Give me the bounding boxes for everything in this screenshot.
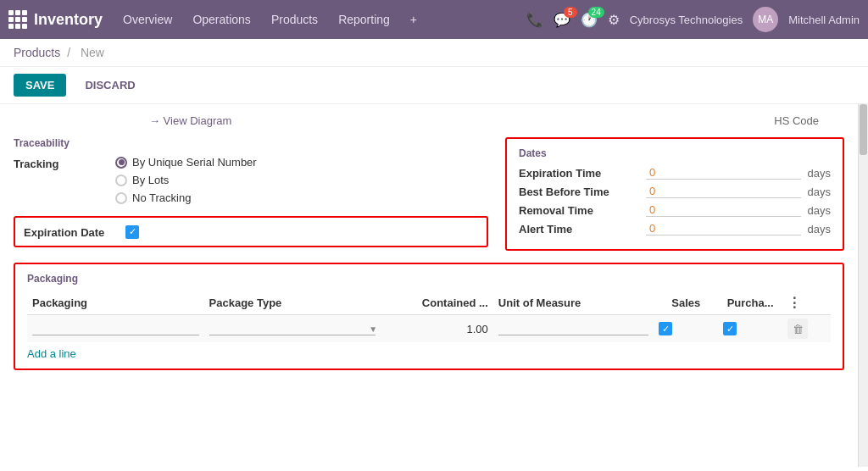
radio-lots-label: By Lots bbox=[132, 174, 169, 186]
view-diagram-link[interactable]: → View Diagram bbox=[149, 114, 231, 127]
timer-icon[interactable]: 🕐 24 bbox=[581, 12, 598, 28]
best-before-unit: days bbox=[808, 186, 831, 198]
expiration-time-unit: days bbox=[808, 167, 831, 180]
best-before-label: Best Before Time bbox=[519, 186, 646, 198]
removal-time-value[interactable]: 0 bbox=[646, 203, 801, 217]
purchase-checkbox[interactable] bbox=[723, 322, 737, 335]
add-line-button[interactable]: Add a line bbox=[27, 347, 76, 360]
kebab-icon[interactable]: ⋮ bbox=[787, 296, 801, 310]
radio-serial-label: By Unique Serial Number bbox=[132, 156, 257, 169]
dates-title: Dates bbox=[519, 147, 831, 159]
avatar-initials: MA bbox=[758, 14, 773, 25]
nav-operations[interactable]: Operations bbox=[184, 0, 259, 39]
view-diagram-row: → View Diagram HS Code bbox=[14, 114, 844, 127]
packaging-title: Packaging bbox=[27, 273, 831, 285]
avatar[interactable]: MA bbox=[753, 7, 778, 32]
packaging-section: Packaging Packaging Package Type Contain… bbox=[14, 263, 844, 370]
best-before-value[interactable]: 0 bbox=[646, 185, 801, 198]
col-contained: Contained ... bbox=[381, 291, 493, 315]
scrollbar[interactable] bbox=[858, 104, 868, 467]
radio-serial[interactable]: By Unique Serial Number bbox=[115, 156, 257, 169]
best-before-row: Best Before Time 0 days bbox=[519, 185, 831, 198]
radio-lots-circle bbox=[115, 175, 127, 186]
col-sales: Sales bbox=[654, 291, 718, 315]
breadcrumb: Products / New bbox=[0, 39, 868, 67]
topnav: Inventory Overview Operations Products R… bbox=[0, 0, 868, 39]
expiration-date-row: Expiration Date bbox=[14, 216, 488, 247]
nav-products[interactable]: Products bbox=[263, 0, 326, 39]
col-unit: Unit of Measure bbox=[493, 291, 654, 315]
traceability-title: Traceability bbox=[14, 137, 488, 149]
unit-cell bbox=[493, 315, 654, 343]
expiration-date-label: Expiration Date bbox=[24, 224, 125, 239]
sales-cell bbox=[654, 315, 718, 343]
timer-badge: 24 bbox=[588, 7, 604, 18]
packaging-table: Packaging Package Type Contained ... Uni… bbox=[27, 291, 831, 342]
packaging-name-input[interactable] bbox=[32, 322, 199, 335]
table-row: ▼ 1.00 bbox=[27, 315, 831, 343]
expiration-time-label: Expiration Time bbox=[519, 167, 646, 180]
alert-time-value[interactable]: 0 bbox=[646, 222, 801, 236]
user-name: Mitchell Admin bbox=[788, 14, 860, 26]
action-bar: SAVE DISCARD bbox=[0, 67, 868, 104]
col-purchase: Purcha... bbox=[718, 291, 782, 315]
col-actions: ⋮ bbox=[782, 291, 831, 315]
nav-plus[interactable]: + bbox=[402, 0, 426, 39]
radio-no-tracking-circle bbox=[115, 192, 127, 204]
content-area: → View Diagram HS Code Traceability Trac… bbox=[0, 104, 868, 467]
brand-logo[interactable]: Inventory bbox=[8, 10, 103, 29]
radio-serial-circle bbox=[115, 157, 127, 169]
removal-time-row: Removal Time 0 days bbox=[519, 203, 831, 217]
chat-icon[interactable]: 💬 5 bbox=[554, 12, 570, 28]
col-package-type: Package Type bbox=[204, 291, 381, 315]
tracking-row: Tracking By Unique Serial Number By Lots bbox=[14, 156, 488, 204]
delete-cell: 🗑 bbox=[782, 315, 831, 343]
contained-cell: 1.00 bbox=[381, 315, 493, 343]
contained-value[interactable]: 1.00 bbox=[467, 323, 488, 335]
alert-time-unit: days bbox=[808, 223, 831, 236]
dates-section: Dates Expiration Time 0 days Best Before… bbox=[505, 137, 844, 251]
package-type-select[interactable] bbox=[209, 322, 376, 335]
package-type-cell: ▼ bbox=[204, 315, 381, 343]
delete-row-button[interactable]: 🗑 bbox=[787, 319, 808, 339]
chat-badge: 5 bbox=[564, 7, 577, 18]
expiration-time-value[interactable]: 0 bbox=[646, 166, 801, 180]
radio-lots[interactable]: By Lots bbox=[115, 174, 257, 186]
company-name: Cybrosys Technologies bbox=[630, 14, 743, 26]
hs-code-label: HS Code bbox=[774, 114, 819, 127]
tracking-label: Tracking bbox=[14, 156, 115, 170]
removal-time-unit: days bbox=[808, 204, 831, 217]
nav-reporting[interactable]: Reporting bbox=[330, 0, 398, 39]
radio-no-tracking[interactable]: No Tracking bbox=[115, 191, 257, 204]
phone-icon[interactable]: 📞 bbox=[526, 12, 543, 28]
main-content: → View Diagram HS Code Traceability Trac… bbox=[0, 104, 868, 467]
unit-input[interactable] bbox=[498, 322, 649, 335]
tracking-options: By Unique Serial Number By Lots No Track… bbox=[115, 156, 257, 204]
brand-name: Inventory bbox=[34, 11, 103, 29]
sales-checkbox[interactable] bbox=[659, 322, 672, 335]
save-button[interactable]: SAVE bbox=[14, 74, 66, 97]
alert-time-label: Alert Time bbox=[519, 223, 646, 236]
grid-icon bbox=[8, 10, 27, 29]
purchase-cell bbox=[718, 315, 782, 343]
breadcrumb-current: New bbox=[81, 46, 104, 59]
two-col-layout: Traceability Tracking By Unique Serial N… bbox=[14, 137, 844, 251]
nav-overview[interactable]: Overview bbox=[114, 0, 181, 39]
left-column: Traceability Tracking By Unique Serial N… bbox=[14, 137, 488, 251]
breadcrumb-separator: / bbox=[67, 46, 70, 59]
scrollbar-thumb[interactable] bbox=[860, 104, 867, 155]
breadcrumb-parent[interactable]: Products bbox=[14, 46, 60, 59]
radio-no-tracking-label: No Tracking bbox=[132, 191, 191, 204]
packaging-name-cell bbox=[27, 315, 204, 343]
discard-button[interactable]: DISCARD bbox=[73, 74, 147, 97]
col-packaging: Packaging bbox=[27, 291, 204, 315]
alert-time-row: Alert Time 0 days bbox=[519, 222, 831, 236]
topnav-icons: 📞 💬 5 🕐 24 ⚙ Cybrosys Technologies MA Mi… bbox=[526, 7, 860, 32]
removal-time-label: Removal Time bbox=[519, 204, 646, 217]
expiration-time-row: Expiration Time 0 days bbox=[519, 166, 831, 180]
expiration-date-checkbox[interactable] bbox=[125, 225, 139, 239]
settings-icon[interactable]: ⚙ bbox=[608, 12, 620, 28]
